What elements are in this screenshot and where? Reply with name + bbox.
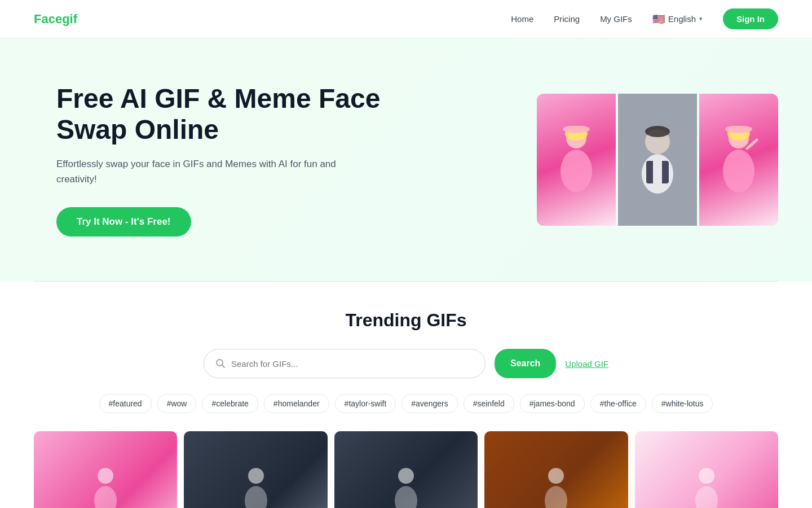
navbar: Facegif Home Pricing My GIFs 🇺🇸 English … [0, 0, 812, 38]
svg-point-22 [398, 468, 414, 484]
tag-button[interactable]: #seinfeld [464, 394, 514, 413]
search-button[interactable]: Search [495, 349, 556, 378]
search-input-container [204, 349, 486, 378]
svg-point-19 [94, 486, 117, 508]
gif-card-3[interactable] [334, 431, 478, 508]
tag-button[interactable]: #james-bond [520, 394, 585, 413]
svg-point-1 [561, 150, 592, 192]
tag-button[interactable]: #white-lotus [652, 394, 713, 413]
svg-point-25 [545, 486, 567, 508]
svg-point-23 [395, 486, 417, 508]
language-selector[interactable]: 🇺🇸 English ▾ [652, 13, 703, 25]
collage-cell-barbie-right [699, 94, 778, 226]
svg-point-7 [645, 126, 670, 137]
tag-button[interactable]: #homelander [264, 394, 329, 413]
search-input[interactable] [231, 359, 474, 369]
flag-icon: 🇺🇸 [652, 13, 665, 25]
svg-point-20 [248, 468, 264, 484]
svg-line-17 [222, 365, 224, 368]
hero-collage [537, 94, 778, 226]
tag-button[interactable]: #wow [157, 394, 197, 413]
trending-section: Trending GIFs Search Upload GIF #feature… [0, 282, 812, 508]
language-label: English [668, 14, 696, 24]
try-now-button[interactable]: Try It Now - It's Free! [56, 207, 191, 237]
svg-point-18 [98, 468, 113, 484]
gif-card-5[interactable] [635, 431, 778, 508]
gif-card-2[interactable] [184, 431, 327, 508]
logo[interactable]: Facegif [34, 12, 77, 27]
tag-button[interactable]: #the-office [590, 394, 646, 413]
hero-subtitle: Effortlessly swap your face in GIFs and … [56, 156, 338, 187]
hero-section: Free AI GIF & Meme Face Swap Online Effo… [0, 38, 812, 281]
collage-cell-barbie-left [537, 94, 616, 226]
nav-links: Home Pricing My GIFs 🇺🇸 English ▾ Sign I… [511, 8, 778, 29]
chevron-down-icon: ▾ [699, 15, 703, 23]
nav-my-gifs[interactable]: My GIFs [600, 14, 632, 24]
sign-in-button[interactable]: Sign In [723, 8, 778, 29]
tag-button[interactable]: #featured [99, 394, 152, 413]
svg-rect-9 [653, 161, 662, 183]
tag-button[interactable]: #avengers [401, 394, 457, 413]
svg-point-21 [245, 486, 267, 508]
hero-title: Free AI GIF & Meme Face Swap Online [56, 83, 383, 145]
svg-point-11 [723, 150, 754, 192]
search-icon [215, 358, 226, 369]
svg-rect-4 [568, 126, 584, 130]
search-bar-wrapper: Search Upload GIF [34, 349, 778, 378]
gif-card-1[interactable] [34, 431, 177, 508]
tag-button[interactable]: #celebrate [202, 394, 258, 413]
nav-home[interactable]: Home [511, 14, 533, 24]
trending-title: Trending GIFs [34, 310, 778, 331]
nav-pricing[interactable]: Pricing [554, 14, 580, 24]
svg-line-15 [747, 140, 757, 148]
svg-point-27 [695, 486, 718, 508]
gif-grid [34, 431, 778, 508]
gif-card-4[interactable] [484, 431, 628, 508]
svg-rect-14 [731, 126, 747, 130]
upload-gif-link[interactable]: Upload GIF [565, 359, 608, 369]
svg-point-24 [548, 468, 564, 484]
tag-button[interactable]: #taylor-swift [335, 394, 396, 413]
tags-row: #featured#wow#celebrate#homelander#taylo… [34, 394, 778, 413]
svg-point-26 [699, 468, 714, 484]
collage-cell-elon [618, 94, 697, 226]
hero-content: Free AI GIF & Meme Face Swap Online Effo… [56, 83, 383, 237]
